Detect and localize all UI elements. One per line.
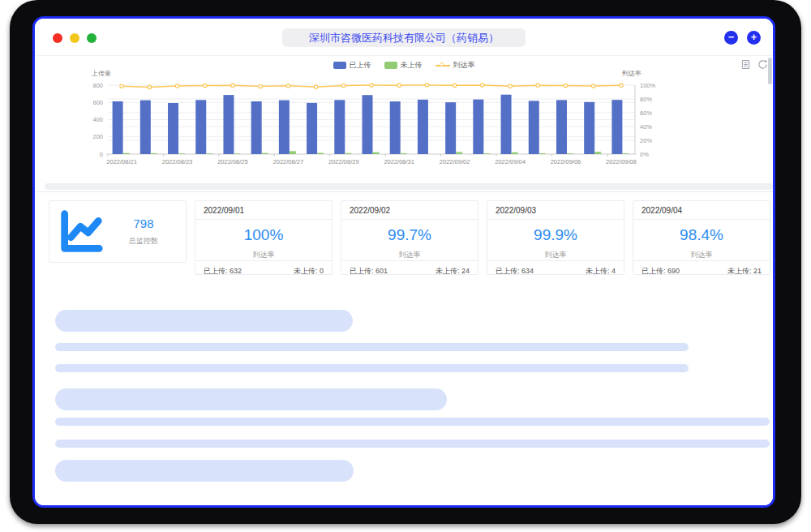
- svg-text:2022/09/06: 2022/09/06: [551, 158, 581, 165]
- day-card: 2022/09/04 98.4% 到达率 已上传: 690 未上传: 21: [633, 200, 770, 275]
- svg-text:200: 200: [92, 133, 103, 140]
- svg-text:到达率: 到达率: [622, 70, 642, 77]
- day-card-date: 2022/09/01: [195, 201, 332, 220]
- zoom-out-button[interactable]: −: [724, 31, 738, 45]
- traffic-lights: [53, 33, 97, 43]
- horizontal-scrollbar[interactable]: [45, 183, 773, 190]
- day-card-body: 98.4% 到达率: [633, 220, 770, 260]
- section-divider: [35, 191, 773, 192]
- svg-text:600: 600: [92, 99, 103, 106]
- svg-text:2022/09/02: 2022/09/02: [440, 158, 470, 165]
- svg-text:0: 0: [100, 151, 103, 158]
- svg-text:2022/09/08: 2022/09/08: [606, 158, 637, 165]
- arrival-rate-label: 到达率: [633, 250, 770, 260]
- skeleton-bar: [55, 440, 770, 448]
- day-card-footer: 已上传: 634 未上传: 4: [487, 260, 624, 281]
- uploaded-stat: 已上传: 632: [204, 266, 242, 277]
- day-card-footer: 已上传: 632 未上传: 0: [195, 260, 332, 281]
- day-card: 2022/09/02 99.7% 到达率 已上传: 601 未上传: 24: [341, 200, 478, 275]
- skeleton-bar: [55, 364, 689, 372]
- arrival-rate-value: 100%: [195, 226, 332, 244]
- close-window-button[interactable]: [53, 33, 62, 43]
- day-card-body: 99.9% 到达率: [487, 220, 624, 260]
- svg-text:2022/08/29: 2022/08/29: [328, 158, 359, 165]
- day-card-body: 99.7% 到达率: [341, 220, 478, 260]
- fullscreen-window-button[interactable]: [87, 33, 97, 43]
- day-card-footer: 已上传: 690 未上传: 21: [633, 260, 770, 281]
- total-monitor-meta: 798 总监控数: [106, 217, 186, 247]
- arrival-rate-value: 99.7%: [341, 226, 478, 244]
- chart-toolbox: [740, 59, 768, 70]
- arrival-rate-label: 到达率: [341, 250, 478, 260]
- day-card-date: 2022/09/02: [341, 201, 478, 220]
- arrival-rate-label: 到达率: [195, 250, 332, 260]
- uploaded-stat: 已上传: 690: [642, 266, 680, 277]
- svg-text:2022/08/27: 2022/08/27: [273, 158, 304, 165]
- chart-canvas: 上传量到达率8006004002000100%80%60%40%20%0%202…: [84, 62, 667, 172]
- uploaded-stat: 已上传: 634: [496, 266, 534, 277]
- svg-text:上传量: 上传量: [91, 70, 111, 77]
- skeleton-bar: [55, 343, 689, 351]
- svg-text:80%: 80%: [640, 96, 652, 103]
- svg-text:2022/08/25: 2022/08/25: [217, 158, 248, 165]
- svg-text:2022/08/23: 2022/08/23: [162, 158, 193, 165]
- total-monitor-label: 总监控数: [106, 236, 181, 247]
- refresh-icon[interactable]: [757, 59, 768, 70]
- skeleton-bar: [55, 310, 353, 332]
- zoom-controls: − +: [724, 31, 761, 45]
- skeleton-bar: [55, 460, 354, 482]
- day-card-footer: 已上传: 601 未上传: 24: [341, 260, 478, 281]
- svg-text:2022/08/21: 2022/08/21: [106, 158, 137, 165]
- vertical-scrollbar-thumb[interactable]: [768, 58, 772, 84]
- svg-text:100%: 100%: [640, 82, 656, 89]
- upload-arrival-chart: 上传量到达率8006004002000100%80%60%40%20%0%202…: [84, 62, 667, 172]
- svg-text:0%: 0%: [640, 151, 649, 158]
- skeleton-bar: [55, 388, 447, 410]
- total-monitor-value: 798: [106, 217, 181, 230]
- svg-text:800: 800: [92, 82, 103, 89]
- not-uploaded-stat: 未上传: 21: [727, 266, 762, 277]
- svg-text:40%: 40%: [640, 123, 652, 131]
- svg-text:2022/08/31: 2022/08/31: [384, 158, 414, 165]
- day-card-date: 2022/09/04: [633, 201, 770, 220]
- day-card-body: 100% 到达率: [195, 220, 332, 260]
- day-card: 2022/09/01 100% 到达率 已上传: 632 未上传: 0: [195, 200, 333, 275]
- trend-chart-icon: [56, 207, 106, 257]
- not-uploaded-stat: 未上传: 0: [294, 266, 324, 277]
- total-monitor-card: 798 总监控数: [49, 200, 187, 263]
- svg-text:60%: 60%: [640, 109, 652, 117]
- window-title: 深圳市咨微医药科技有限公司（药销易）: [282, 28, 526, 47]
- main-content: 已上传未上传到达率 上传量到达率8006004002000100%80%60%4…: [35, 56, 773, 508]
- uploaded-stat: 已上传: 601: [350, 266, 388, 277]
- svg-text:20%: 20%: [640, 137, 652, 144]
- svg-text:400: 400: [92, 116, 103, 123]
- data-view-icon[interactable]: [740, 59, 751, 70]
- day-card: 2022/09/03 99.9% 到达率 已上传: 634 未上传: 4: [487, 200, 624, 275]
- arrival-rate-label: 到达率: [487, 250, 624, 260]
- zoom-in-button[interactable]: +: [747, 31, 761, 45]
- app-window: 深圳市咨微医药科技有限公司（药销易） − + 已上传未上传到达率 上传量到达率8…: [32, 16, 775, 508]
- arrival-rate-value: 99.9%: [487, 226, 624, 244]
- skeleton-bar: [55, 418, 770, 426]
- arrival-rate-value: 98.4%: [633, 226, 770, 244]
- minimize-window-button[interactable]: [70, 33, 79, 43]
- svg-text:2022/09/04: 2022/09/04: [495, 158, 526, 165]
- titlebar: 深圳市咨微医药科技有限公司（药销易） − +: [35, 19, 773, 56]
- not-uploaded-stat: 未上传: 24: [436, 266, 470, 277]
- not-uploaded-stat: 未上传: 4: [586, 266, 616, 277]
- day-card-date: 2022/09/03: [487, 201, 624, 220]
